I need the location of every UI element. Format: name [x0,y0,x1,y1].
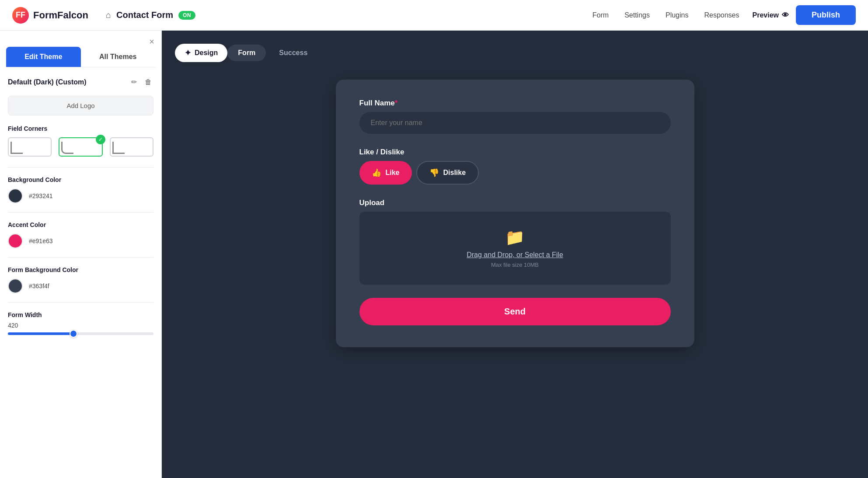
preview-label: Preview [753,11,779,19]
add-logo-button[interactable]: Add Logo [8,96,153,115]
nav-form[interactable]: Form [593,11,609,19]
slider-fill [8,332,73,335]
design-icon: ✦ [185,48,191,58]
eye-icon: 👁 [782,11,789,19]
theme-actions: ✏ 🗑 [129,76,153,88]
thumbs-down-icon: 👎 [429,168,439,178]
edit-theme-button[interactable]: ✏ [129,76,139,88]
send-button[interactable]: Send [359,298,671,325]
form-width-label: Form Width [8,311,153,318]
upload-sub-text: Max file size 10MB [368,262,662,268]
form-bg-color-row: #363f4f [8,279,153,293]
upload-zone[interactable]: 📁 Drag and Drop, or Select a File Max fi… [359,212,671,285]
field-corners-label: Field Corners [8,125,153,132]
design-label: Design [195,49,218,57]
canvas-area: ✦ Design Form Success Full Name* Like / … [162,31,868,478]
home-icon[interactable]: ⌂ [106,10,111,20]
form-width-slider-thumb[interactable] [70,330,77,338]
accent-color-row: #e91e63 [8,234,153,248]
upload-folder-icon: 📁 [368,228,662,247]
corners-row: ✓ [8,137,153,157]
corner-sharp[interactable] [8,137,52,157]
dislike-label: Dislike [443,169,466,177]
corner-sharp2[interactable] [110,137,153,157]
bg-color-row: #293241 [8,188,153,203]
nav-settings[interactable]: Settings [624,11,650,19]
tab-all-themes[interactable]: All Themes [81,47,156,67]
accent-color-swatch[interactable] [8,234,23,248]
upload-label: Upload [359,199,671,207]
like-label: Like [386,169,400,177]
canvas-top-bar: ✦ Design Form Success [175,44,855,62]
required-asterisk: * [395,99,398,107]
design-button[interactable]: ✦ Design [175,44,227,62]
top-navigation: FF FormFalcon ⌂ Contact Form ON Form Set… [0,0,868,31]
bg-color-label: Background Color [8,176,153,183]
corner-round[interactable]: ✓ [59,137,102,157]
brand-logo-icon: FF [12,7,29,24]
form-width-value: 420 [8,322,153,329]
form-bg-color-hex: #363f4f [29,283,49,290]
on-badge: ON [178,11,195,20]
sidebar: × Edit Theme All Themes Default (Dark) (… [0,31,162,478]
close-button[interactable]: × [149,37,154,47]
brand-name: FormFalcon [33,10,88,21]
full-name-label: Full Name* [359,99,671,108]
form-bg-color-swatch[interactable] [8,279,23,293]
form-bg-color-label: Form Background Color [8,266,153,273]
tab-form[interactable]: Form [227,45,266,61]
theme-title-row: Default (Dark) (Custom) ✏ 🗑 [8,76,153,88]
preview-button[interactable]: Preview 👁 [753,11,789,19]
nav-plugins[interactable]: Plugins [666,11,688,19]
full-name-input[interactable] [359,112,671,134]
tab-edit-theme[interactable]: Edit Theme [6,47,81,67]
accent-color-hex: #e91e63 [29,237,53,244]
delete-theme-button[interactable]: 🗑 [143,76,153,88]
bg-color-hex: #293241 [29,192,53,199]
theme-name: Default (Dark) (Custom) [8,78,87,86]
form-tabs: Form Success [227,45,318,61]
upload-main-text: Drag and Drop, or Select a File [368,251,662,259]
form-width-slider-track [8,332,153,335]
form-title: Contact Form [116,10,173,20]
tabs-row: Edit Theme All Themes [6,47,155,67]
nav-links: Form Settings Plugins Responses [593,11,739,19]
accent-color-label: Accent Color [8,221,153,228]
brand-area: FF FormFalcon [12,7,88,24]
form-card: Full Name* Like / Dislike 👍 Like 👎 Disli… [336,80,694,347]
tab-success[interactable]: Success [268,45,318,61]
form-title-area: ⌂ Contact Form ON [106,10,195,20]
thumbs-up-icon: 👍 [372,168,381,178]
like-dislike-label: Like / Dislike [359,148,671,157]
select-file-link[interactable]: Select a File [525,251,563,258]
sidebar-content: Default (Dark) (Custom) ✏ 🗑 Add Logo Fie… [0,67,161,478]
like-dislike-row: 👍 Like 👎 Dislike [359,161,671,185]
dislike-button[interactable]: 👎 Dislike [416,161,479,185]
publish-button[interactable]: Publish [796,5,856,25]
nav-responses[interactable]: Responses [704,11,739,19]
main-body: × Edit Theme All Themes Default (Dark) (… [0,31,868,478]
bg-color-swatch[interactable] [8,188,23,203]
like-button[interactable]: 👍 Like [359,161,412,185]
sidebar-header: × [0,31,161,47]
